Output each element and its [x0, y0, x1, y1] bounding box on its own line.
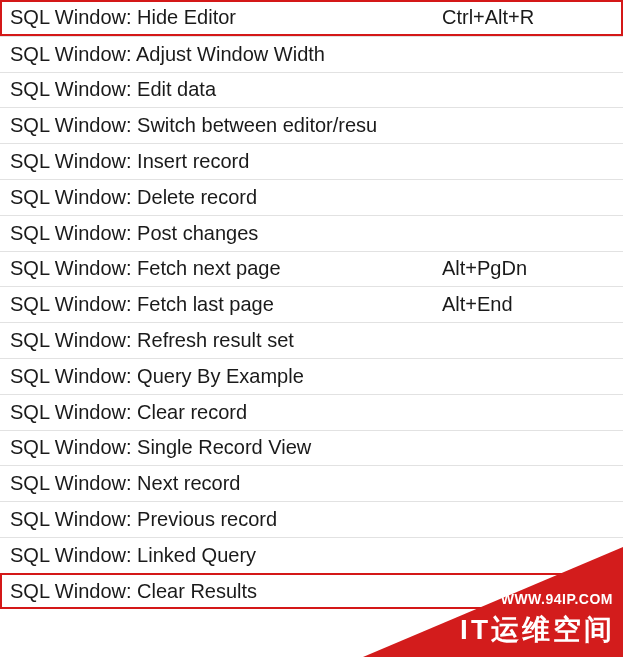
shortcut-label: Ctrl+Alt+R [442, 6, 623, 29]
command-label: SQL Window: Post changes [10, 222, 442, 245]
command-label: SQL Window: Adjust Window Width [10, 43, 442, 66]
command-row[interactable]: SQL Window: Switch between editor/resu [0, 107, 623, 143]
command-row[interactable]: SQL Window: Refresh result set [0, 322, 623, 358]
command-row[interactable]: SQL Window: Edit data [0, 72, 623, 108]
command-label: SQL Window: Edit data [10, 78, 442, 101]
command-row[interactable]: SQL Window: Query By Example [0, 358, 623, 394]
command-label: SQL Window: Refresh result set [10, 329, 442, 352]
shortcut-label: Alt+PgDn [442, 257, 623, 280]
command-row[interactable]: SQL Window: Hide EditorCtrl+Alt+R [0, 0, 623, 36]
command-label: SQL Window: Clear record [10, 401, 442, 424]
command-label: SQL Window: Insert record [10, 150, 442, 173]
command-label: SQL Window: Clear Results [10, 580, 442, 603]
command-label: SQL Window: Previous record [10, 508, 442, 531]
command-label: SQL Window: Hide Editor [10, 6, 442, 29]
command-row[interactable]: SQL Window: Fetch last pageAlt+End [0, 286, 623, 322]
watermark-main: IT运维空间 [460, 611, 615, 649]
command-list: SQL Window: Hide EditorCtrl+Alt+RSQL Win… [0, 0, 623, 609]
command-row[interactable]: SQL Window: Linked Query [0, 537, 623, 573]
command-label: SQL Window: Linked Query [10, 544, 442, 567]
command-row[interactable]: SQL Window: Next record [0, 465, 623, 501]
command-row[interactable]: SQL Window: Insert record [0, 143, 623, 179]
command-label: SQL Window: Delete record [10, 186, 442, 209]
command-label: SQL Window: Fetch next page [10, 257, 442, 280]
command-label: SQL Window: Single Record View [10, 436, 442, 459]
shortcut-label: Alt+End [442, 293, 623, 316]
command-label: SQL Window: Next record [10, 472, 442, 495]
command-label: SQL Window: Switch between editor/resu [10, 114, 442, 137]
command-row[interactable]: SQL Window: Delete record [0, 179, 623, 215]
command-row[interactable]: SQL Window: Clear Results [0, 573, 623, 609]
command-row[interactable]: SQL Window: Previous record [0, 501, 623, 537]
command-row[interactable]: SQL Window: Single Record View [0, 430, 623, 466]
command-row[interactable]: SQL Window: Clear record [0, 394, 623, 430]
command-row[interactable]: SQL Window: Post changes [0, 215, 623, 251]
command-row[interactable]: SQL Window: Fetch next pageAlt+PgDn [0, 251, 623, 287]
command-row[interactable]: SQL Window: Adjust Window Width [0, 36, 623, 72]
command-label: SQL Window: Fetch last page [10, 293, 442, 316]
command-label: SQL Window: Query By Example [10, 365, 442, 388]
